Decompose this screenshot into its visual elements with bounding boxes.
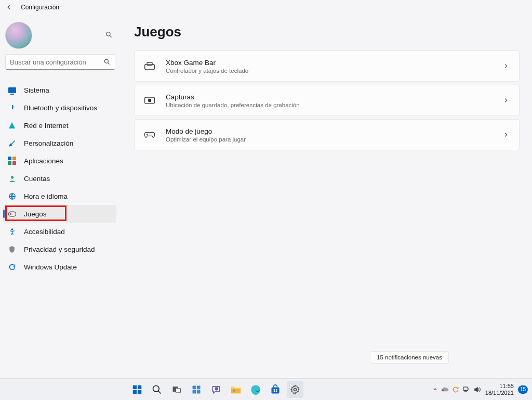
explorer-icon[interactable]	[228, 381, 244, 398]
sidebar-item-label: Hora e idioma	[24, 192, 68, 200]
taskview-icon[interactable]	[168, 381, 185, 398]
update-tray-icon[interactable]	[452, 386, 459, 393]
svg-point-0	[107, 32, 111, 36]
chevron-right-icon	[502, 97, 510, 104]
sidebar-item-label: Aplicaciones	[24, 157, 63, 165]
search-icon[interactable]	[149, 381, 165, 398]
svg-point-5	[11, 228, 13, 230]
svg-rect-26	[274, 389, 275, 391]
badge-count: 15	[520, 386, 526, 392]
taskbar-center	[0, 381, 432, 398]
sidebar-item-cuentas[interactable]: Cuentas	[3, 170, 116, 187]
svg-rect-19	[192, 390, 196, 393]
taskbar-right: 11:55 18/11/2021 15	[432, 383, 532, 396]
account-row[interactable]	[3, 19, 116, 54]
sidebar-item-wrap-juegos: Juegos	[3, 205, 116, 223]
sidebar-item-hora-idioma[interactable]: Hora e idioma	[3, 187, 116, 205]
svg-point-2	[11, 176, 14, 178]
svg-rect-23	[233, 390, 236, 392]
svg-rect-10	[133, 385, 137, 389]
svg-point-9	[148, 99, 151, 101]
svg-rect-11	[138, 385, 141, 389]
chevron-up-icon[interactable]	[432, 386, 438, 392]
onedrive-icon[interactable]	[441, 386, 449, 392]
card-modo-de-juego[interactable]: Modo de juego Optimizar el equipo para j…	[134, 119, 520, 150]
network-tray-icon[interactable]	[462, 386, 470, 393]
shield-icon	[7, 244, 17, 254]
card-texts: Modo de juego Optimizar el equipo para j…	[166, 127, 502, 143]
volume-icon[interactable]	[473, 386, 481, 393]
sidebar-item-accesibilidad[interactable]: Accesibilidad	[3, 223, 116, 240]
search-icon[interactable]	[105, 31, 114, 40]
toast-text: 15 notificaciones nuevas	[377, 354, 442, 360]
content-area: Sistema Bluetooth y dispositivos Red e I…	[0, 15, 532, 378]
chevron-right-icon	[502, 131, 510, 138]
notifications-toast[interactable]: 15 notificaciones nuevas	[370, 351, 449, 364]
search-icon	[103, 58, 111, 66]
start-icon[interactable]	[129, 381, 145, 398]
app-title: Configuración	[21, 4, 59, 11]
sidebar-item-aplicaciones[interactable]: Aplicaciones	[3, 152, 116, 170]
sidebar-item-label: Windows Update	[24, 263, 77, 271]
taskbar-clock[interactable]: 11:55 18/11/2021	[485, 383, 514, 396]
card-texts: Xbox Game Bar Controlador y atajos de te…	[166, 59, 502, 74]
card-description: Optimizar el equipo para jugar	[166, 136, 502, 143]
svg-point-21	[215, 387, 218, 390]
clock-date: 18/11/2021	[485, 390, 514, 396]
sidebar-search[interactable]	[5, 54, 115, 70]
search-input[interactable]	[10, 58, 103, 66]
card-title: Modo de juego	[166, 127, 502, 135]
accessibility-icon	[7, 227, 17, 236]
brush-icon	[7, 138, 17, 148]
settings-icon[interactable]	[287, 381, 303, 398]
sidebar-item-juegos[interactable]: Juegos	[3, 205, 116, 223]
card-capturas[interactable]: Capturas Ubicación de guardado, preferen…	[134, 85, 520, 116]
svg-rect-25	[271, 387, 279, 393]
apps-icon	[7, 156, 17, 165]
settings-window: Configuración Sistema	[0, 0, 532, 400]
sidebar-item-label: Bluetooth y dispositivos	[24, 104, 97, 112]
sidebar-item-windows-update[interactable]: Windows Update	[3, 258, 116, 276]
card-description: Controlador y atajos de teclado	[166, 68, 502, 74]
sidebar-item-sistema[interactable]: Sistema	[3, 81, 116, 99]
gamepad-icon	[7, 209, 17, 218]
svg-point-1	[104, 59, 108, 63]
svg-rect-4	[8, 212, 16, 216]
store-icon[interactable]	[267, 381, 284, 398]
sidebar-item-privacidad[interactable]: Privacidad y seguridad	[3, 240, 116, 258]
gamebar-icon	[144, 60, 155, 72]
gamemode-icon	[144, 129, 155, 140]
card-description: Ubicación de guardado, preferencias de g…	[166, 102, 502, 108]
sidebar-item-label: Cuentas	[24, 175, 50, 183]
clock-time: 11:55	[485, 383, 514, 390]
page-title: Juegos	[134, 24, 520, 40]
svg-rect-7	[147, 62, 152, 65]
sidebar-item-label: Juegos	[24, 210, 47, 218]
wifi-icon	[7, 121, 17, 130]
sidebar-item-label: Accesibilidad	[24, 228, 65, 236]
chevron-right-icon	[502, 62, 510, 70]
edge-icon[interactable]	[247, 381, 264, 398]
avatar	[5, 22, 32, 49]
main-panel: Juegos Xbox Game Bar Controlador y atajo…	[119, 15, 532, 378]
sidebar-item-red[interactable]: Red e Internet	[3, 117, 116, 134]
svg-rect-28	[274, 391, 275, 392]
notifications-badge[interactable]: 15	[518, 385, 528, 394]
svg-rect-13	[138, 390, 141, 393]
globe-clock-icon	[7, 191, 17, 201]
card-xbox-game-bar[interactable]: Xbox Game Bar Controlador y atajos de te…	[134, 50, 520, 82]
widgets-icon[interactable]	[188, 381, 205, 398]
svg-rect-17	[192, 385, 196, 389]
chat-icon[interactable]	[208, 381, 224, 398]
svg-rect-22	[231, 389, 241, 393]
titlebar: Configuración	[0, 0, 532, 15]
captures-icon	[144, 95, 155, 106]
bluetooth-icon	[7, 103, 17, 112]
sidebar-item-label: Sistema	[24, 86, 49, 94]
back-button[interactable]	[5, 4, 12, 11]
account-icon	[7, 174, 17, 183]
sidebar-item-bluetooth[interactable]: Bluetooth y dispositivos	[3, 99, 116, 117]
sidebar-item-personalizacion[interactable]: Personalización	[3, 134, 116, 152]
svg-rect-32	[463, 387, 468, 390]
svg-point-31	[442, 390, 444, 392]
